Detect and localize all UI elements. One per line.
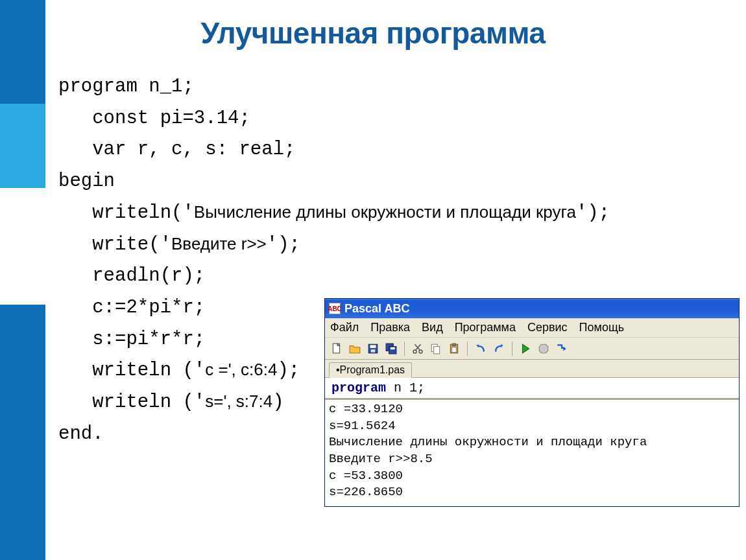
save-all-icon (385, 343, 397, 355)
code-line: const pi=3.14; (58, 108, 250, 129)
new-file-button[interactable] (329, 341, 344, 356)
svg-rect-10 (434, 346, 440, 353)
redo-icon (493, 343, 505, 355)
code-editor[interactable]: program n 1; (325, 378, 739, 399)
open-folder-icon (349, 343, 361, 355)
code-line: writeln('Вычисление длины окружности и п… (58, 202, 610, 224)
code-line: program n_1; (58, 76, 194, 97)
stop-button[interactable] (536, 341, 551, 356)
menu-help[interactable]: Помощь (579, 321, 625, 334)
code-line: writeln ('c =', c:6:4); (58, 360, 300, 381)
sidebar-stripe-white (0, 188, 45, 305)
step-button[interactable] (554, 341, 570, 356)
toolbar-separator (404, 342, 405, 356)
svg-point-8 (419, 350, 422, 353)
svg-rect-6 (391, 347, 395, 349)
code-line: writeln ('s=', s:7:4) (58, 391, 284, 413)
code-line: write('Введите r>>'); (58, 234, 300, 255)
paste-icon (448, 343, 460, 355)
cut-button[interactable] (410, 341, 426, 356)
code-line: s:=pi*r*r; (58, 329, 205, 350)
console-output: c =33.9120 s=91.5624 Вычисление длины ок… (325, 399, 739, 506)
copy-icon (430, 343, 442, 355)
save-icon (367, 343, 379, 355)
save-all-button[interactable] (383, 341, 399, 356)
page-title: Улучшенная программа (0, 16, 746, 51)
redo-button[interactable] (491, 341, 507, 356)
svg-marker-14 (539, 344, 548, 353)
pascal-ide-window: ABC Pascal ABC Файл Правка Вид Программа… (324, 298, 740, 507)
undo-button[interactable] (473, 341, 488, 356)
tab-strip: •Program1.pas (325, 360, 739, 378)
code-line: c:=2*pi*r; (58, 297, 205, 318)
title-bar[interactable]: ABC Pascal ABC (325, 299, 739, 318)
toolbar-separator (512, 342, 512, 356)
svg-rect-3 (371, 349, 376, 353)
menu-program[interactable]: Программа (455, 321, 516, 334)
new-file-icon (331, 343, 343, 355)
svg-rect-12 (453, 344, 456, 345)
editor-keyword: program (331, 380, 386, 395)
window-title: Pascal ABC (344, 302, 409, 316)
code-line: end. (58, 423, 104, 445)
svg-point-7 (413, 350, 416, 353)
svg-rect-2 (370, 345, 376, 348)
save-button[interactable] (365, 341, 381, 356)
editor-text: n 1; (386, 380, 425, 395)
menu-bar: Файл Правка Вид Программа Сервис Помощь (325, 318, 739, 338)
paste-button[interactable] (446, 341, 462, 356)
code-line: var r, c, s: real; (58, 139, 295, 160)
app-icon: ABC (329, 303, 341, 314)
code-line: readln(r); (58, 265, 205, 286)
undo-icon (475, 343, 487, 355)
sidebar-stripe-cyan (0, 104, 45, 188)
open-button[interactable] (347, 341, 363, 356)
menu-edit[interactable]: Правка (370, 321, 410, 334)
scissors-icon (412, 343, 424, 355)
toolbar (325, 338, 739, 360)
stop-icon (538, 343, 549, 355)
menu-service[interactable]: Сервис (527, 321, 568, 334)
step-icon (556, 343, 568, 355)
run-icon (520, 343, 531, 355)
svg-rect-13 (452, 347, 457, 352)
code-line: begin (58, 170, 115, 192)
run-button[interactable] (518, 341, 533, 356)
menu-file[interactable]: Файл (330, 321, 359, 334)
file-tab[interactable]: •Program1.pas (329, 362, 412, 378)
copy-button[interactable] (428, 341, 444, 356)
menu-view[interactable]: Вид (422, 321, 443, 334)
toolbar-separator (467, 342, 468, 356)
